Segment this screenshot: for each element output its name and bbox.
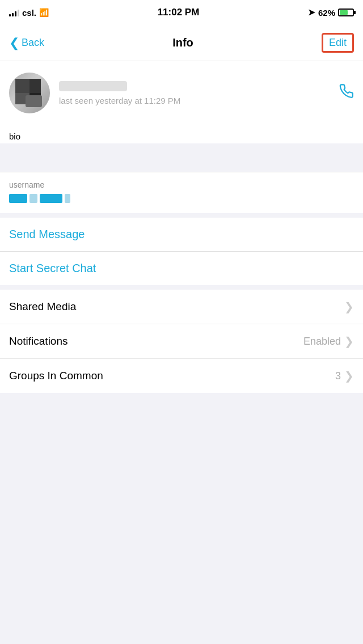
groups-in-common-right: 3 ❯ xyxy=(335,369,354,383)
shared-media-label: Shared Media xyxy=(9,300,76,313)
status-bar: csl. 📶 11:02 PM ➤ 62% xyxy=(0,0,363,25)
groups-in-common-label: Groups In Common xyxy=(9,370,103,382)
avatar-image xyxy=(9,73,50,113)
wifi-icon: 📶 xyxy=(39,8,49,17)
profile-info: last seen yesterday at 11:29 PM xyxy=(50,81,330,105)
settings-section: Shared Media ❯ Notifications Enabled ❯ G… xyxy=(0,290,363,393)
section-divider-2 xyxy=(0,285,363,290)
section-divider-1 xyxy=(0,213,363,218)
status-left: csl. 📶 xyxy=(9,8,49,18)
notifications-label: Notifications xyxy=(9,335,68,348)
profile-header: last seen yesterday at 11:29 PM xyxy=(9,73,354,125)
bio-label: bio xyxy=(9,132,354,143)
profile-status: last seen yesterday at 11:29 PM xyxy=(59,96,330,105)
signal-bar-2 xyxy=(12,13,14,16)
groups-in-common-chevron-icon: ❯ xyxy=(344,369,354,383)
status-right: ➤ 62% xyxy=(308,7,354,18)
profile-section: last seen yesterday at 11:29 PM xyxy=(0,61,363,125)
battery-icon xyxy=(338,9,354,16)
back-chevron-icon: ❮ xyxy=(9,37,19,49)
username-placeholder-2 xyxy=(29,194,37,203)
edit-button[interactable]: Edit xyxy=(322,33,354,53)
send-message-label: Send Message xyxy=(9,228,85,240)
call-button[interactable] xyxy=(330,84,354,103)
action-section: Send Message Start Secret Chat xyxy=(0,218,363,285)
signal-bar-3 xyxy=(15,11,16,16)
notifications-chevron-icon: ❯ xyxy=(344,334,354,348)
page-title: Info xyxy=(172,36,193,49)
shared-media-row[interactable]: Shared Media ❯ xyxy=(0,290,363,324)
username-placeholder-4 xyxy=(65,194,70,203)
status-time: 11:02 PM xyxy=(158,7,200,18)
start-secret-chat-button[interactable]: Start Secret Chat xyxy=(0,252,363,285)
nav-bar: ❮ Back Info Edit xyxy=(0,25,363,61)
username-section: username xyxy=(0,172,363,213)
carrier-label: csl. xyxy=(22,8,36,18)
groups-in-common-row[interactable]: Groups In Common 3 ❯ xyxy=(0,359,363,393)
profile-name-placeholder xyxy=(59,81,127,91)
signal-bar-1 xyxy=(9,14,11,16)
shared-media-right: ❯ xyxy=(344,300,354,313)
notifications-row[interactable]: Notifications Enabled ❯ xyxy=(0,324,363,359)
back-label: Back xyxy=(22,37,44,49)
username-placeholder-1 xyxy=(9,194,27,203)
battery-fill xyxy=(340,10,348,15)
bio-empty-area xyxy=(0,143,363,172)
bio-section: bio xyxy=(0,125,363,143)
notifications-value: Enabled xyxy=(303,336,341,348)
signal-bars xyxy=(9,9,19,16)
battery-percent: 62% xyxy=(318,8,335,18)
send-message-button[interactable]: Send Message xyxy=(0,218,363,252)
username-placeholder-3 xyxy=(40,194,62,203)
username-value xyxy=(9,192,354,205)
back-button[interactable]: ❮ Back xyxy=(9,37,44,49)
username-label: username xyxy=(9,180,354,189)
avatar xyxy=(9,73,50,113)
signal-bar-4 xyxy=(18,10,19,16)
notifications-right: Enabled ❯ xyxy=(303,334,354,348)
start-secret-chat-label: Start Secret Chat xyxy=(9,262,96,274)
shared-media-chevron-icon: ❯ xyxy=(344,300,354,313)
groups-in-common-value: 3 xyxy=(335,370,341,382)
location-icon: ➤ xyxy=(308,7,315,18)
